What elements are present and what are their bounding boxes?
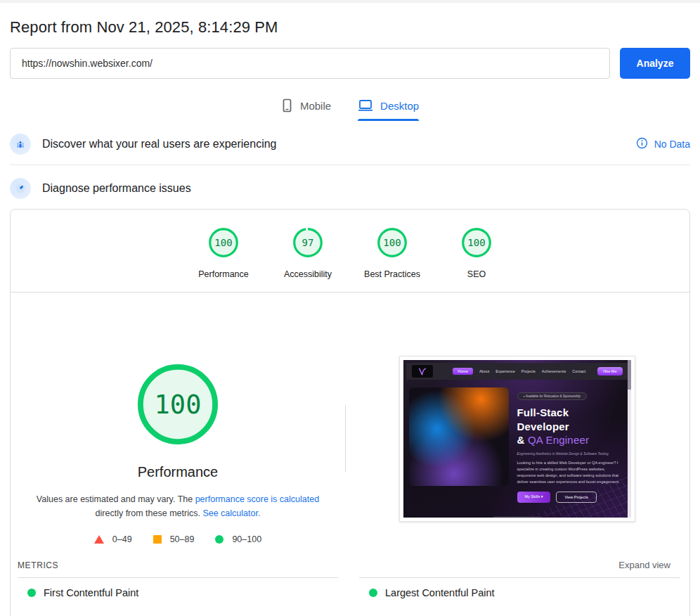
thumbnail-paragraph: Looking to hire a skilled Web Developer … [517,460,621,486]
section-divider [10,165,690,165]
pass-dot-icon [27,589,36,597]
metrics-header: METRICS Expand view [11,560,689,570]
no-data-label: No Data [654,139,690,150]
thumbnail-nav-contact: Contact [572,369,585,373]
score-seo[interactable]: 100 SEO [434,227,519,279]
thumbnail-nav-achievements: Achievements [542,369,566,373]
performance-gauge-label: Performance [138,464,219,480]
thumbnail-nav: Home About Experience Projects Achieveme… [406,363,628,380]
metrics-grid: First Contentful Paint Largest Contentfu… [18,577,680,616]
performance-gauge: 100 [136,363,219,446]
metric-first-contentful-paint: First Contentful Paint [18,577,338,616]
tab-mobile[interactable]: Mobile [281,98,331,121]
score-performance[interactable]: 100 Performance [181,227,266,279]
average-square-icon [153,535,162,544]
thumbnail-hero-heading: Full-Stack Developer & QA Engineer [517,406,621,447]
thumbnail-hire-me-button: Hire Me [597,367,622,376]
metric-name: Largest Contentful Paint [385,587,495,598]
top-edge-strip [0,0,700,3]
page-title: Report from Nov 21, 2025, 8:14:29 PM [10,18,690,37]
thumbnail-heading-line2: QA Engineer [528,434,589,446]
legend-fail: 0–49 [94,534,132,544]
thumbnail-tagline: Engineering Aesthetics in Website Design… [517,452,621,456]
performance-gauge-value: 100 [136,363,219,446]
info-icon [636,137,648,151]
tab-desktop-label: Desktop [380,100,419,112]
field-data-section-header[interactable]: Discover what your real users are experi… [10,134,690,155]
legend-fail-range: 0–49 [112,534,132,544]
real-users-icon [10,134,31,155]
lab-data-title: Diagnose performance issues [42,182,191,195]
score-legend: 0–49 50–89 90–100 [94,534,261,544]
lab-data-section-header[interactable]: Diagnose performance issues [10,178,690,199]
calculation-link[interactable]: performance score is calculated [195,494,319,504]
mobile-icon [281,98,293,113]
no-data-status[interactable]: No Data [636,137,690,151]
pass-circle-icon [215,535,223,544]
tab-mobile-label: Mobile [300,100,331,112]
thumbnail-my-skills-button: My Skills ▾ [517,492,551,503]
desktop-icon [358,99,373,112]
score-accessibility[interactable]: 97 Accessibility [266,227,350,279]
diagnose-icon [10,178,31,199]
disclaimer-text: directly from these metrics. [96,508,203,518]
performance-summary: 100 Performance Values are estimated and… [11,293,689,544]
pagespeed-report-page: Report from Nov 21, 2025, 8:14:29 PM Ana… [0,0,700,616]
score-best-practices[interactable]: 100 Best Practices [350,227,434,279]
url-input[interactable] [10,48,610,79]
legend-average-range: 50–89 [170,534,195,544]
category-scores: 100 Performance 97 Accessibility [11,210,689,279]
final-screenshot-thumbnail[interactable]: Home About Experience Projects Achieveme… [399,356,635,522]
legend-pass-range: 90–100 [232,534,261,544]
legend-average: 50–89 [153,534,195,544]
pass-dot-icon [369,589,377,597]
thumbnail-hero-image [409,387,509,486]
thumbnail-availability-badge: Available for Relocation & Sponsorship [517,392,587,400]
fail-triangle-icon [94,535,104,544]
tab-desktop[interactable]: Desktop [358,98,419,121]
url-bar: Analyze [10,48,690,79]
field-data-title: Discover what your real users are experi… [42,138,276,150]
thumbnail-logo [412,365,433,378]
metric-largest-contentful-paint: Largest Contentful Paint [359,577,680,616]
thumbnail-nav-about: About [479,369,489,373]
analyze-button[interactable]: Analyze [620,48,690,79]
thumbnail-heading-line1: Full-Stack Developer [517,406,569,432]
lighthouse-report-card: 100 Performance 97 Accessibility [10,209,690,616]
thumbnail-scrollbar [628,360,631,518]
score-disclaimer: Values are estimated and may vary. The p… [30,492,325,520]
see-calculator-link[interactable]: See calculator. [202,508,260,518]
metrics-heading: METRICS [18,560,58,570]
disclaimer-text: Values are estimated and may vary. The [37,494,195,504]
thumbnail-nav-experience: Experience [495,369,515,373]
thumbnail-site-preview: Home About Experience Projects Achieveme… [403,360,631,518]
thumbnail-nav-projects: Projects [521,369,536,373]
thumbnail-heading-amp: & [517,434,528,446]
metric-name: First Contentful Paint [44,587,138,598]
device-tabs: Mobile Desktop [0,98,700,121]
legend-pass: 90–100 [215,534,261,544]
expand-view-button[interactable]: Expand view [618,560,670,570]
thumbnail-nav-home: Home [453,368,473,375]
